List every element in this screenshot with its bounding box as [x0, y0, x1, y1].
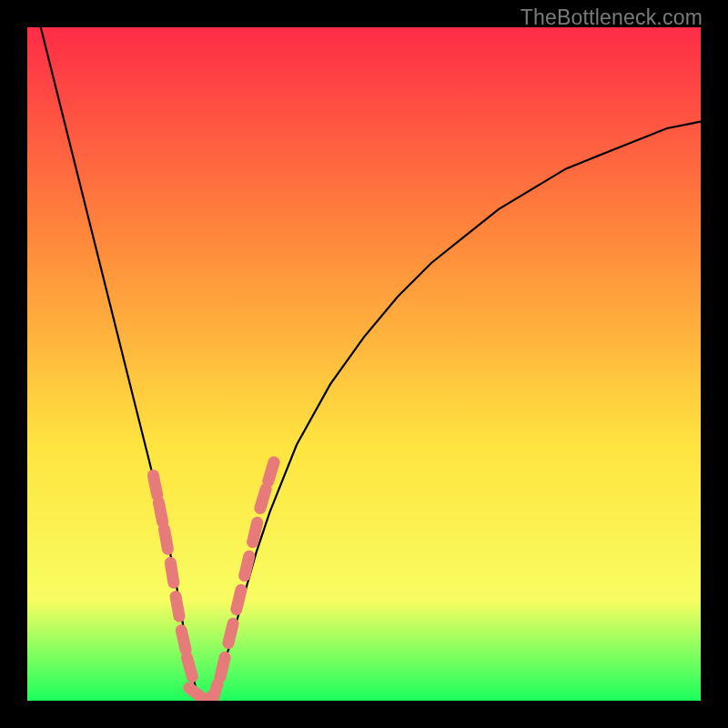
data-marker — [187, 657, 192, 676]
outer-frame: TheBottleneck.com — [0, 0, 728, 728]
gradient-background — [27, 27, 701, 701]
data-marker — [181, 631, 186, 650]
data-marker — [212, 684, 217, 701]
source-label: TheBottleneck.com — [521, 5, 703, 30]
data-marker — [260, 489, 266, 508]
data-marker — [237, 590, 241, 609]
plot-area — [27, 27, 701, 701]
data-marker — [268, 462, 274, 481]
data-marker — [158, 502, 162, 522]
data-marker — [253, 522, 258, 541]
data-marker — [170, 563, 173, 583]
data-marker — [164, 530, 167, 550]
data-marker — [176, 597, 179, 617]
chart-svg — [27, 27, 701, 701]
data-marker — [153, 475, 157, 495]
data-marker — [245, 556, 249, 575]
data-marker — [228, 623, 233, 642]
data-marker — [220, 657, 225, 676]
